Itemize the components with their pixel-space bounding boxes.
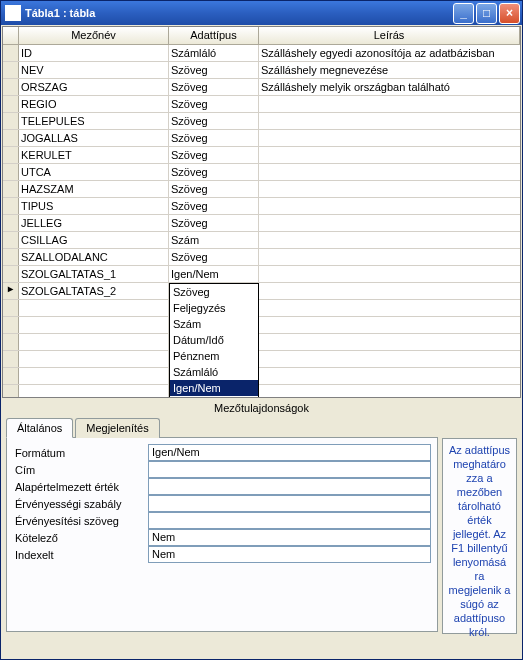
field-desc-cell[interactable] (259, 266, 520, 282)
field-desc-cell[interactable] (259, 198, 520, 214)
dropdown-option[interactable]: Feljegyzés (170, 300, 258, 316)
prop-value-indexed[interactable]: Nem (148, 546, 431, 563)
field-desc-cell[interactable] (259, 283, 520, 299)
table-row[interactable]: SZALLODALANCSzöveg (3, 249, 520, 266)
field-desc-cell[interactable] (259, 317, 520, 333)
column-header-type[interactable]: Adattípus (169, 27, 259, 44)
field-name-cell[interactable]: JELLEG (19, 215, 169, 231)
datatype-dropdown[interactable]: SzövegFeljegyzésSzámDátum/IdőPénznemSzám… (169, 283, 259, 398)
row-selector[interactable] (3, 130, 19, 146)
field-name-cell[interactable] (19, 368, 169, 384)
field-desc-cell[interactable] (259, 215, 520, 231)
row-selector[interactable] (3, 368, 19, 384)
field-name-cell[interactable]: SZOLGALTATAS_1 (19, 266, 169, 282)
field-desc-cell[interactable] (259, 232, 520, 248)
field-name-cell[interactable] (19, 385, 169, 397)
field-name-cell[interactable]: HAZSZAM (19, 181, 169, 197)
field-type-cell[interactable]: Szöveg (169, 113, 259, 129)
table-row[interactable]: JOGALLASSzöveg (3, 130, 520, 147)
row-selector[interactable] (3, 181, 19, 197)
field-name-cell[interactable]: ORSZAG (19, 79, 169, 95)
field-type-cell[interactable]: Szöveg (169, 198, 259, 214)
dropdown-option[interactable]: Igen/Nem (170, 380, 258, 396)
table-row[interactable] (3, 300, 520, 317)
field-name-cell[interactable]: ID (19, 45, 169, 61)
row-selector[interactable] (3, 266, 19, 282)
maximize-button[interactable]: □ (476, 3, 497, 24)
field-desc-cell[interactable] (259, 164, 520, 180)
dropdown-option[interactable]: Szöveg (170, 284, 258, 300)
field-name-cell[interactable]: CSILLAG (19, 232, 169, 248)
field-desc-cell[interactable] (259, 351, 520, 367)
table-row[interactable]: HAZSZAMSzöveg (3, 181, 520, 198)
field-desc-cell[interactable] (259, 249, 520, 265)
field-desc-cell[interactable] (259, 334, 520, 350)
field-desc-cell[interactable] (259, 113, 520, 129)
table-row[interactable]: UTCASzöveg (3, 164, 520, 181)
row-selector[interactable] (3, 232, 19, 248)
table-row[interactable] (3, 385, 520, 397)
dropdown-option[interactable]: Szám (170, 316, 258, 332)
field-desc-cell[interactable] (259, 130, 520, 146)
row-selector[interactable] (3, 147, 19, 163)
dropdown-option[interactable]: Számláló (170, 364, 258, 380)
row-selector[interactable] (3, 96, 19, 112)
field-type-cell[interactable]: Szöveg (169, 215, 259, 231)
field-name-cell[interactable]: TIPUS (19, 198, 169, 214)
row-selector[interactable] (3, 113, 19, 129)
table-row[interactable]: TIPUSSzöveg (3, 198, 520, 215)
prop-value-validtext[interactable] (148, 512, 431, 529)
table-row[interactable] (3, 368, 520, 385)
column-header-name[interactable]: Mezőnév (19, 27, 169, 44)
table-row[interactable]: TELEPULESSzöveg (3, 113, 520, 130)
field-name-cell[interactable]: REGIO (19, 96, 169, 112)
minimize-button[interactable]: _ (453, 3, 474, 24)
field-name-cell[interactable] (19, 334, 169, 350)
row-selector-header[interactable] (3, 27, 19, 44)
field-type-cell[interactable]: Szöveg (169, 164, 259, 180)
prop-value-default[interactable] (148, 478, 431, 495)
prop-value-required[interactable]: Nem (148, 529, 431, 546)
field-name-cell[interactable]: NEV (19, 62, 169, 78)
field-type-cell[interactable]: Szöveg (169, 147, 259, 163)
table-row[interactable]: NEVSzövegSzálláshely megnevezése (3, 62, 520, 79)
table-row[interactable]: KERULETSzöveg (3, 147, 520, 164)
field-desc-cell[interactable]: Szálláshely egyedi azonosítója az adatbá… (259, 45, 520, 61)
field-desc-cell[interactable]: Szálláshely melyik országban található (259, 79, 520, 95)
prop-value-caption[interactable] (148, 461, 431, 478)
field-name-cell[interactable]: SZOLGALTATAS_2 (19, 283, 169, 299)
table-row[interactable] (3, 334, 520, 351)
field-name-cell[interactable]: TELEPULES (19, 113, 169, 129)
field-name-cell[interactable]: UTCA (19, 164, 169, 180)
prop-value-format[interactable]: Igen/Nem (148, 444, 431, 461)
table-row[interactable]: JELLEGSzöveg (3, 215, 520, 232)
row-selector[interactable] (3, 351, 19, 367)
row-selector[interactable] (3, 249, 19, 265)
row-selector[interactable] (3, 317, 19, 333)
field-desc-cell[interactable]: Szálláshely megnevezése (259, 62, 520, 78)
table-row[interactable] (3, 317, 520, 334)
field-type-cell[interactable]: Szöveg (169, 130, 259, 146)
table-row[interactable]: SZOLGALTATAS_1Igen/Nem (3, 266, 520, 283)
field-name-cell[interactable] (19, 300, 169, 316)
row-selector[interactable] (3, 45, 19, 61)
field-desc-cell[interactable] (259, 181, 520, 197)
table-row[interactable]: CSILLAGSzám (3, 232, 520, 249)
field-name-cell[interactable]: JOGALLAS (19, 130, 169, 146)
field-name-cell[interactable] (19, 317, 169, 333)
tab-display[interactable]: Megjelenítés (75, 418, 159, 438)
prop-value-validrule[interactable] (148, 495, 431, 512)
row-selector[interactable] (3, 385, 19, 397)
field-desc-cell[interactable] (259, 368, 520, 384)
field-type-cell[interactable]: Számláló (169, 45, 259, 61)
field-desc-cell[interactable] (259, 300, 520, 316)
field-type-cell[interactable]: Szöveg (169, 249, 259, 265)
row-selector[interactable] (3, 198, 19, 214)
field-desc-cell[interactable] (259, 385, 520, 397)
field-type-cell[interactable]: Szöveg (169, 181, 259, 197)
dropdown-option[interactable]: Pénznem (170, 348, 258, 364)
field-type-cell[interactable]: Szöveg (169, 79, 259, 95)
table-row[interactable]: REGIOSzöveg (3, 96, 520, 113)
row-selector[interactable] (3, 62, 19, 78)
field-desc-cell[interactable] (259, 96, 520, 112)
